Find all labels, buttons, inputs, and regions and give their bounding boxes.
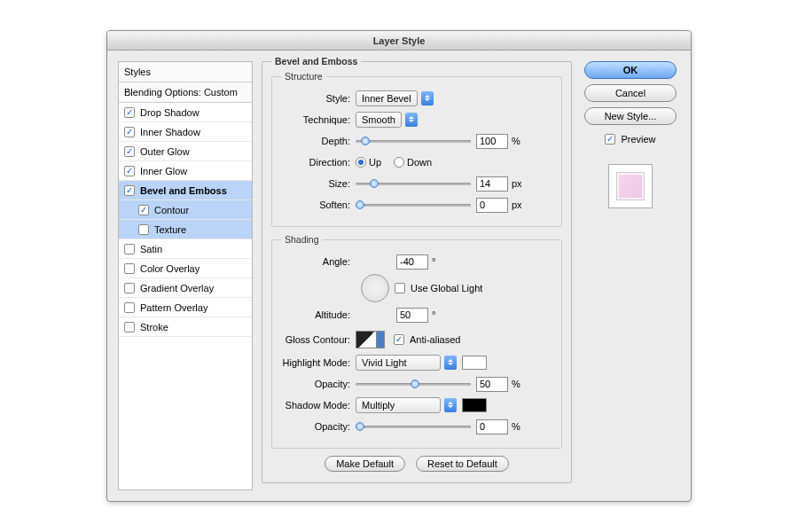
technique-label: Technique: [281, 114, 356, 125]
angle-dial[interactable] [361, 274, 389, 302]
chevron-updown-icon[interactable] [421, 91, 434, 106]
style-label: Drop Shadow [140, 107, 200, 118]
angle-label: Angle: [281, 256, 356, 267]
dialog-buttons: OK Cancel New Style... Preview [581, 61, 680, 490]
shading-group: Shading Angle: ° Use Global Light Altitu… [271, 239, 562, 449]
blending-options-row[interactable]: Blending Options: Custom [119, 82, 252, 103]
style-gradient-overlay[interactable]: Gradient Overlay [119, 278, 252, 298]
gloss-contour-label: Gloss Contour: [281, 334, 356, 345]
ok-button[interactable]: OK [584, 61, 677, 79]
highlight-opacity-slider[interactable] [356, 377, 471, 391]
global-light-label: Use Global Light [411, 283, 482, 293]
checkbox-icon[interactable] [124, 244, 135, 254]
style-texture[interactable]: Texture [119, 220, 252, 239]
angle-field[interactable] [396, 254, 428, 270]
structure-legend: Structure [281, 71, 326, 82]
chevron-down-icon[interactable] [376, 331, 385, 348]
style-inner-glow[interactable]: Inner Glow [119, 161, 252, 181]
highlight-color-swatch[interactable] [462, 356, 487, 370]
checkbox-icon[interactable] [124, 263, 135, 274]
chevron-updown-icon[interactable] [444, 356, 457, 370]
style-label: Inner Glow [140, 166, 187, 176]
depth-label: Depth: [281, 136, 356, 146]
style-contour[interactable]: Contour [119, 200, 252, 220]
checkbox-icon[interactable] [124, 322, 135, 332]
style-satin[interactable]: Satin [119, 239, 252, 259]
antialiased-checkbox[interactable] [394, 334, 404, 345]
style-drop-shadow[interactable]: Drop Shadow [119, 103, 252, 122]
style-stroke[interactable]: Stroke [119, 317, 252, 337]
altitude-label: Altitude: [281, 309, 356, 320]
checkbox-icon[interactable] [138, 224, 149, 235]
unit-label: px [512, 178, 522, 189]
style-outer-glow[interactable]: Outer Glow [119, 142, 252, 161]
chevron-updown-icon[interactable] [444, 398, 457, 412]
highlight-mode-label: Highlight Mode: [281, 357, 356, 368]
direction-up-radio[interactable] [356, 157, 366, 168]
style-label: Outer Glow [140, 146, 190, 157]
preview-checkbox[interactable] [605, 134, 615, 145]
depth-field[interactable] [476, 134, 508, 149]
checkbox-icon[interactable] [124, 127, 135, 137]
settings-panel: Bevel and Emboss Structure Style: Inner … [262, 61, 572, 490]
unit-label: % [512, 379, 520, 389]
make-default-button[interactable]: Make Default [325, 456, 405, 472]
soften-field[interactable] [476, 198, 508, 213]
size-field[interactable] [476, 176, 508, 192]
new-style-button[interactable]: New Style... [584, 107, 677, 125]
cancel-button[interactable]: Cancel [584, 84, 677, 102]
checkbox-icon[interactable] [124, 107, 135, 118]
checkbox-icon[interactable] [124, 146, 135, 157]
style-label: Contour [154, 205, 189, 215]
checkbox-icon[interactable] [124, 302, 135, 313]
style-select[interactable]: Inner Bevel [356, 90, 418, 106]
unit-label: px [512, 200, 522, 210]
panel-title: Bevel and Emboss [271, 56, 361, 66]
shadow-mode-select[interactable]: Multiply [356, 397, 441, 413]
gloss-contour-picker[interactable] [356, 331, 377, 348]
shadow-opacity-field[interactable] [476, 419, 508, 434]
global-light-checkbox[interactable] [395, 283, 405, 293]
direction-down-radio[interactable] [394, 157, 404, 168]
style-label: Gradient Overlay [140, 283, 214, 293]
size-slider[interactable] [356, 176, 471, 191]
style-label: Stroke [140, 322, 168, 332]
style-pattern-overlay[interactable]: Pattern Overlay [119, 298, 252, 317]
style-label: Color Overlay [140, 263, 200, 274]
styles-header[interactable]: Styles [119, 62, 252, 82]
altitude-field[interactable] [396, 308, 428, 323]
style-inner-shadow[interactable]: Inner Shadow [119, 122, 252, 142]
style-label: Bevel and Emboss [140, 185, 227, 196]
unit-label: % [512, 136, 520, 146]
checkbox-icon[interactable] [124, 283, 135, 293]
up-label: Up [369, 157, 381, 168]
shadow-color-swatch[interactable] [462, 398, 487, 412]
highlight-mode-select[interactable]: Vivid Light [356, 355, 441, 371]
style-color-overlay[interactable]: Color Overlay [119, 259, 252, 278]
shadow-mode-label: Shadow Mode: [281, 400, 356, 411]
down-label: Down [407, 157, 432, 168]
unit-label: % [512, 421, 520, 432]
antialiased-label: Anti-aliased [410, 334, 460, 345]
preview-label: Preview [621, 134, 655, 145]
reset-default-button[interactable]: Reset to Default [416, 456, 509, 472]
style-label: Style: [281, 93, 356, 104]
highlight-opacity-field[interactable] [476, 377, 508, 392]
bevel-emboss-group: Bevel and Emboss Structure Style: Inner … [262, 61, 572, 483]
checkbox-icon[interactable] [138, 205, 149, 215]
shadow-opacity-slider[interactable] [356, 419, 471, 434]
highlight-opacity-label: Opacity: [281, 379, 356, 389]
soften-slider[interactable] [356, 198, 471, 212]
style-bevel-emboss[interactable]: Bevel and Emboss [119, 181, 252, 200]
checkbox-icon[interactable] [124, 166, 135, 176]
shading-legend: Shading [281, 234, 323, 245]
checkbox-icon[interactable] [124, 185, 135, 196]
preview-box [608, 164, 653, 208]
layer-style-dialog: Layer Style Styles Blending Options: Cus… [106, 30, 692, 502]
unit-label: ° [432, 309, 435, 320]
chevron-updown-icon[interactable] [405, 113, 418, 127]
style-label: Texture [154, 224, 186, 235]
technique-select[interactable]: Smooth [356, 112, 402, 128]
depth-slider[interactable] [356, 134, 471, 148]
style-label: Pattern Overlay [140, 302, 207, 313]
